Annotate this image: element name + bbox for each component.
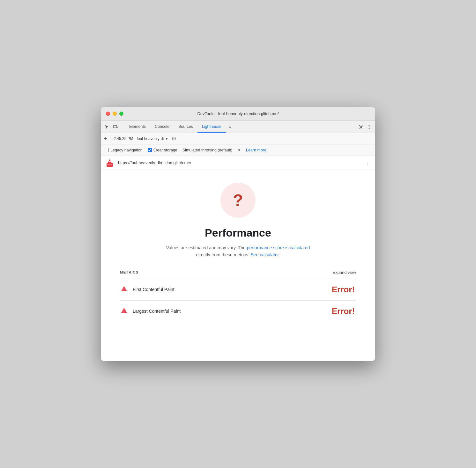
secondary-toolbar: + 2:45:25 PM - foul-heavenly-di ▼ ⊘	[101, 133, 375, 144]
main-content: ? Performance Values are estimated and m…	[101, 170, 375, 361]
performance-description: Values are estimated and may vary. The p…	[120, 244, 356, 259]
legacy-navigation-checkbox[interactable]	[105, 148, 109, 152]
fcp-metric-name: First Contentful Paint	[133, 287, 332, 292]
add-icon[interactable]: +	[104, 136, 107, 142]
traffic-lights	[106, 112, 123, 116]
lighthouse-url-bar: https://foul-heavenly-direction.glitch.m…	[101, 156, 375, 170]
perf-score-link[interactable]: performance score is calculated	[247, 245, 310, 250]
minimize-button[interactable]	[113, 112, 117, 116]
clear-storage-group: Clear storage	[148, 148, 177, 152]
throttling-dropdown-arrow[interactable]: ▼	[237, 148, 241, 152]
timestamp-dropdown-icon[interactable]: ▼	[165, 137, 168, 141]
close-button[interactable]	[106, 112, 110, 116]
triangle-warning-lcp	[121, 308, 127, 313]
tab-console[interactable]: Console	[150, 121, 174, 133]
score-question-mark: ?	[233, 191, 243, 210]
cursor-icon[interactable]	[103, 123, 110, 130]
devtools-right-icons	[357, 123, 373, 130]
lighthouse-url-text: https://foul-heavenly-direction.glitch.m…	[118, 160, 361, 165]
metric-row-lcp: Largest Contentful Paint Error!	[120, 301, 356, 322]
device-toggle-icon[interactable]	[112, 123, 119, 130]
svg-point-3	[369, 125, 370, 126]
url-more-options-icon[interactable]: ⋮	[365, 159, 371, 166]
performance-title: Performance	[120, 227, 356, 239]
more-options-icon[interactable]	[366, 123, 373, 130]
tabs-list: Elements Console Sources Lighthouse »	[125, 121, 357, 133]
triangle-warning	[121, 286, 127, 291]
calculator-link[interactable]: See calculator.	[251, 252, 280, 257]
tab-elements[interactable]: Elements	[125, 121, 150, 133]
lcp-metric-value: Error!	[332, 306, 355, 316]
clear-storage-checkbox[interactable]	[148, 148, 152, 152]
svg-point-2	[360, 126, 362, 128]
legacy-navigation-group: Legacy navigation	[105, 148, 143, 152]
toolbar-separator	[110, 135, 110, 142]
title-bar: DevTools - foul-heavenly-direction.glitc…	[101, 107, 375, 121]
session-timestamp: 2:45:25 PM - foul-heavenly-di ▼	[114, 136, 168, 141]
lcp-metric-name: Largest Contentful Paint	[133, 309, 332, 314]
score-circle-container: ?	[120, 183, 356, 218]
lighthouse-logo-icon	[105, 158, 114, 167]
tab-lighthouse[interactable]: Lighthouse	[197, 121, 226, 133]
tabs-overflow-icon[interactable]: »	[226, 124, 234, 129]
tab-sources[interactable]: Sources	[174, 121, 197, 133]
fcp-warning-icon	[121, 286, 128, 293]
toolbar-icons	[103, 123, 122, 130]
svg-rect-8	[109, 161, 111, 162]
metrics-label: METRICS	[120, 270, 138, 274]
settings-icon[interactable]	[357, 123, 364, 130]
metric-row-fcp: First Contentful Paint Error!	[120, 279, 356, 301]
clear-storage-label: Clear storage	[153, 148, 177, 152]
fcp-metric-value: Error!	[332, 285, 355, 295]
score-circle: ?	[220, 183, 256, 218]
svg-rect-1	[117, 126, 118, 128]
expand-view-button[interactable]: Expand view	[332, 270, 356, 275]
svg-point-5	[369, 128, 370, 129]
devtools-tab-bar: Elements Console Sources Lighthouse »	[101, 121, 375, 133]
cancel-icon[interactable]: ⊘	[172, 135, 176, 142]
svg-point-4	[369, 126, 370, 127]
throttling-label: Simulated throttling (default)	[182, 148, 232, 152]
svg-rect-9	[107, 164, 112, 165]
svg-rect-0	[114, 125, 117, 128]
description-mid: directly from these metrics.	[196, 252, 249, 257]
description-text: Values are estimated and may vary. The	[166, 245, 246, 250]
learn-more-link[interactable]: Learn more	[246, 148, 266, 152]
window-title: DevTools - foul-heavenly-direction.glitc…	[197, 111, 279, 116]
maximize-button[interactable]	[119, 112, 123, 116]
options-bar: Legacy navigation Clear storage Simulate…	[101, 144, 375, 156]
lcp-warning-icon	[121, 308, 128, 315]
legacy-navigation-label: Legacy navigation	[110, 148, 143, 152]
browser-window: DevTools - foul-heavenly-direction.glitc…	[101, 107, 375, 361]
metrics-header: METRICS Expand view	[120, 270, 356, 275]
